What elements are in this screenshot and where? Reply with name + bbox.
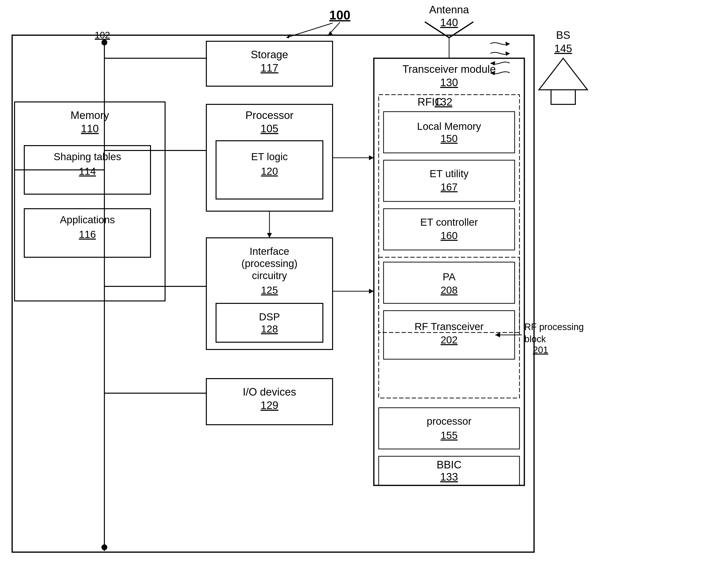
processor155-label: processor	[427, 415, 471, 427]
apps-label: Applications	[60, 214, 115, 225]
svg-marker-11	[267, 233, 272, 238]
rf-transceiver-label: RF Transceiver	[415, 321, 484, 332]
bs-tower	[539, 58, 587, 90]
et-controller-num: 160	[440, 230, 458, 241]
et-utility-label: ET utility	[430, 168, 468, 179]
svg-marker-25	[369, 289, 374, 294]
shaping-num: 114	[79, 165, 96, 177]
apps-num: 116	[79, 228, 96, 240]
dsp-block	[216, 303, 323, 342]
dsp-num: 128	[261, 323, 278, 335]
io-label: I/O devices	[243, 386, 296, 398]
transceiver-num: 130	[440, 76, 458, 88]
pa-num: 208	[440, 284, 458, 296]
title: 100	[329, 8, 351, 22]
bbic-label: BBIC	[437, 459, 462, 471]
antenna-label: Antenna	[429, 4, 469, 15]
pa-label: PA	[443, 271, 456, 282]
et-logic-label: ET logic	[251, 151, 288, 162]
storage-label: Storage	[251, 49, 288, 60]
pa-block	[383, 262, 515, 303]
interface-label1: Interface	[250, 246, 289, 257]
svg-marker-16	[505, 42, 510, 46]
svg-rect-15	[551, 90, 575, 104]
svg-marker-14	[328, 31, 333, 36]
svg-marker-17	[505, 51, 510, 56]
svg-marker-21	[495, 332, 500, 337]
bs-label: BS	[556, 29, 570, 41]
rf-transceiver-num: 202	[440, 334, 458, 346]
interface-num: 125	[261, 284, 278, 296]
bs-num: 145	[554, 43, 572, 54]
processor-num: 105	[260, 122, 278, 135]
processor155-block	[379, 408, 519, 449]
storage-num: 117	[260, 62, 278, 74]
local-memory-label: Local Memory	[417, 121, 481, 132]
memory-num: 110	[81, 122, 99, 135]
shaping-label: Shaping tables	[54, 151, 121, 162]
rf-proc-outer-label2: block	[524, 334, 546, 344]
et-controller-block	[383, 209, 515, 250]
interface-label2: (processing)	[241, 258, 297, 269]
interface-label3: circuitry	[252, 270, 287, 281]
antenna-num: 140	[440, 16, 458, 29]
rfic-num: 132	[434, 96, 452, 108]
et-utility-block	[383, 160, 515, 201]
et-logic-num: 120	[261, 165, 278, 177]
svg-point-4	[101, 544, 107, 550]
rf-proc-outer-label: RF processing	[524, 322, 584, 332]
local-memory-block	[383, 112, 515, 153]
svg-point-3	[101, 40, 107, 45]
dsp-label: DSP	[259, 311, 280, 322]
transceiver-label: Transceiver module	[403, 63, 496, 75]
rf-proc-outer-num: 201	[533, 345, 548, 355]
bbic-num: 133	[440, 471, 458, 483]
local-memory-num: 150	[440, 133, 458, 144]
et-utility-num: 167	[440, 181, 458, 193]
io-num: 129	[260, 399, 278, 411]
processor155-num: 155	[440, 429, 458, 441]
svg-marker-23	[369, 155, 374, 160]
memory-label: Memory	[71, 109, 109, 121]
ref-102-label: 102	[95, 30, 110, 40]
processor-label: Processor	[246, 109, 294, 121]
et-controller-label: ET controller	[420, 216, 478, 228]
